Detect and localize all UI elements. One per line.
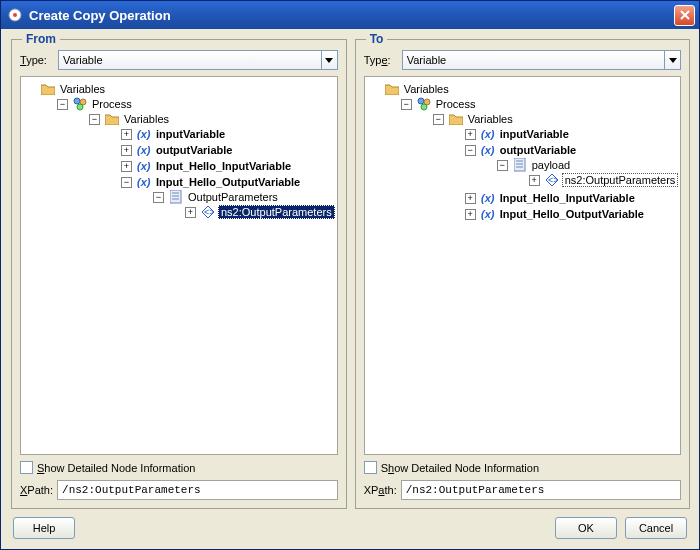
variable-icon: (x) [480,191,496,205]
collapse-toggle[interactable]: − [497,160,508,171]
collapse-toggle[interactable]: − [89,114,100,125]
tree-node-variables-root[interactable]: Variables − Process − [369,81,679,225]
svg-text:(x): (x) [137,128,151,140]
folder-icon [448,112,464,126]
to-xpath-label: XPath: [364,484,397,496]
tree-node-inputvariable[interactable]: + (x) inputVariable [465,126,679,142]
expand-toggle[interactable]: + [121,145,132,156]
svg-marker-4 [325,58,333,63]
svg-text:<>: <> [548,175,559,185]
app-icon [7,7,23,23]
expand-toggle[interactable]: + [185,207,196,218]
help-button[interactable]: Help [13,517,75,539]
folder-icon [40,82,56,96]
no-toggle [25,84,36,95]
to-show-detail-label: Show Detailed Node Information [381,462,539,474]
window-title: Create Copy Operation [29,8,171,23]
expand-toggle[interactable]: + [465,129,476,140]
folder-icon [104,112,120,126]
tree-node-process[interactable]: − Process − Variables [401,96,679,224]
part-icon [168,190,184,204]
variable-icon: (x) [480,127,496,141]
part-icon [512,158,528,172]
from-type-value: Variable [63,54,103,66]
svg-text:(x): (x) [481,144,495,156]
from-title: From [22,32,60,46]
title-bar[interactable]: Create Copy Operation [1,1,699,29]
tree-node-outputvariable[interactable]: − (x) outputVariable − [465,142,679,190]
to-tree[interactable]: Variables − Process − [364,76,682,455]
tree-node-variables-root[interactable]: Variables − Process − [25,81,335,225]
from-type-select[interactable]: Variable [58,50,338,70]
tree-node-inputvariable[interactable]: + (x) inputVariable [121,126,335,142]
from-type-label: Type: [20,54,52,66]
tree-node-variables-inner[interactable]: − Variables + (x) [433,111,679,223]
svg-text:(x): (x) [137,176,151,188]
tree-node-inhello[interactable]: + (x) Input_Hello_InputVariable [465,190,679,206]
close-icon [680,10,690,20]
expand-toggle[interactable]: + [121,129,132,140]
element-icon: <> [544,173,560,187]
dropdown-arrow-icon [664,51,680,69]
expand-toggle[interactable]: + [465,209,476,220]
dialog-window: Create Copy Operation From Type: Variabl… [0,0,700,550]
button-bar: Help OK Cancel [11,517,689,541]
close-button[interactable] [674,5,695,26]
variable-icon: (x) [136,175,152,189]
from-panel: From Type: Variable Variabl [11,39,347,509]
from-tree[interactable]: Variables − Process − [20,76,338,455]
svg-text:<>: <> [204,207,215,217]
folder-icon [384,82,400,96]
tree-node-ns2-from[interactable]: + <> ns2:OutputParameters [185,204,335,220]
collapse-toggle[interactable]: − [465,145,476,156]
tree-node-outputparameters[interactable]: − OutputParameters + [153,189,335,221]
expand-toggle[interactable]: + [465,193,476,204]
svg-point-1 [13,13,17,17]
ok-button[interactable]: OK [555,517,617,539]
tree-node-inhello[interactable]: + (x) Input_Hello_InputVariable [121,158,335,174]
collapse-toggle[interactable]: − [153,192,164,203]
tree-node-outputvariable[interactable]: + (x) outputVariable [121,142,335,158]
variable-icon: (x) [136,143,152,157]
to-panel: To Type: Variable Variables [355,39,691,509]
to-show-detail-checkbox[interactable] [364,461,377,474]
collapse-toggle[interactable]: − [57,99,68,110]
variable-icon: (x) [480,143,496,157]
variable-icon: (x) [480,207,496,221]
tree-node-variables-inner[interactable]: − Variables + (x) [89,111,335,223]
svg-point-5 [74,98,80,104]
expand-toggle[interactable]: + [121,161,132,172]
from-xpath-input[interactable]: /ns2:OutputParameters [57,480,338,500]
collapse-toggle[interactable]: − [401,99,412,110]
from-xpath-label: XPath: [20,484,53,496]
to-xpath-input[interactable]: /ns2:OutputParameters [401,480,682,500]
tree-node-ns2-to[interactable]: + <> ns2:OutputParameters [529,172,679,188]
tree-node-payload[interactable]: − payload + [497,157,679,189]
variable-icon: (x) [136,159,152,173]
svg-text:(x): (x) [137,160,151,172]
process-icon [72,97,88,111]
no-toggle [369,84,380,95]
svg-text:(x): (x) [481,208,495,220]
tree-node-outhello[interactable]: + (x) Input_Hello_OutputVariable [465,206,679,222]
to-title: To [366,32,388,46]
cancel-button[interactable]: Cancel [625,517,687,539]
variable-icon: (x) [136,127,152,141]
svg-point-7 [77,104,83,110]
collapse-toggle[interactable]: − [121,177,132,188]
tree-node-process[interactable]: − Process − Variables [57,96,335,224]
svg-text:(x): (x) [481,128,495,140]
process-icon [416,97,432,111]
tree-node-outhello[interactable]: − (x) Input_Hello_OutputVariable − [121,174,335,222]
to-type-value: Variable [407,54,447,66]
to-type-label: Type: [364,54,396,66]
svg-text:(x): (x) [137,144,151,156]
element-icon: <> [200,205,216,219]
to-type-select[interactable]: Variable [402,50,682,70]
from-show-detail-checkbox[interactable] [20,461,33,474]
expand-toggle[interactable]: + [529,175,540,186]
svg-point-21 [421,104,427,110]
collapse-toggle[interactable]: − [433,114,444,125]
dropdown-arrow-icon [321,51,337,69]
svg-marker-18 [669,58,677,63]
